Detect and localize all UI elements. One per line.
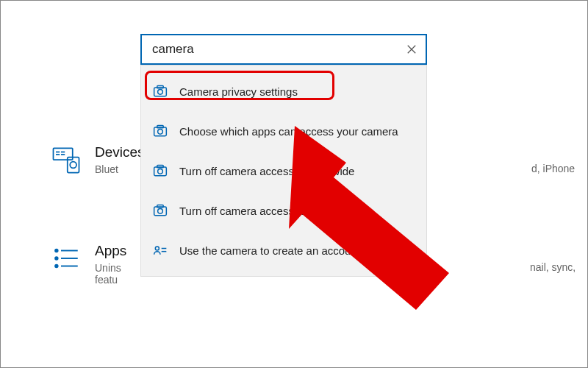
svg-point-25: [158, 209, 163, 214]
suggestion-label: Choose which apps can access your camera: [179, 125, 398, 138]
suggestion-label: Camera privacy settings: [179, 85, 298, 98]
account-icon: [153, 243, 168, 258]
category-subtitle-overflow: d, iPhone: [531, 163, 575, 174]
svg-point-7: [55, 250, 58, 252]
search-box[interactable]: [140, 34, 427, 65]
camera-icon: [153, 163, 168, 178]
suggestion-label: Turn off camera access for all apps: [179, 205, 351, 217]
suggestion-account-picture[interactable]: Use the camera to create an account pict…: [141, 230, 426, 270]
suggestion-label: Turn off camera access systemwide: [179, 165, 354, 177]
svg-point-22: [158, 169, 163, 174]
svg-rect-23: [157, 166, 163, 168]
category-subtitle: Unins: [95, 262, 126, 274]
svg-point-16: [158, 90, 163, 95]
category-title: Apps: [95, 243, 126, 259]
suggestion-camera-privacy[interactable]: Camera privacy settings: [141, 71, 426, 111]
category-subtitle: featu: [95, 274, 126, 286]
camera-icon: [153, 84, 168, 99]
svg-point-11: [55, 265, 58, 268]
category-subtitle: Bluet: [95, 163, 145, 175]
svg-rect-26: [157, 205, 163, 208]
category-subtitle-overflow: nail, sync,: [530, 261, 576, 273]
suggestion-choose-apps[interactable]: Choose which apps can access your camera: [141, 111, 426, 151]
search-input[interactable]: [152, 42, 405, 57]
svg-point-27: [155, 247, 159, 250]
suggestion-turn-off-systemwide[interactable]: Turn off camera access systemwide: [141, 151, 426, 191]
category-title: Devices: [95, 144, 145, 160]
svg-point-9: [55, 257, 58, 260]
devices-icon: [51, 144, 82, 175]
clear-search-button[interactable]: [405, 43, 418, 56]
apps-icon: [51, 243, 82, 274]
svg-rect-20: [157, 126, 163, 128]
search-suggestions: Camera privacy settings Choose which app…: [140, 65, 427, 277]
suggestion-label: Use the camera to create an account pict…: [179, 244, 396, 257]
camera-icon: [153, 203, 168, 218]
suggestion-turn-off-all-apps[interactable]: Turn off camera access for all apps: [141, 191, 426, 230]
svg-point-19: [158, 130, 163, 135]
camera-icon: [153, 124, 168, 138]
svg-rect-17: [157, 86, 163, 88]
svg-point-6: [70, 162, 76, 169]
